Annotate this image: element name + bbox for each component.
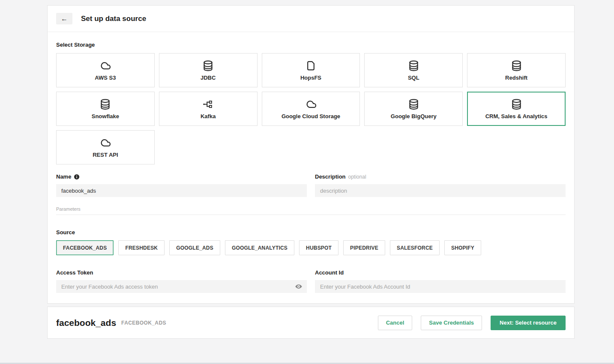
footer-source-type-badge: FACEBOOK_ADS	[121, 320, 166, 326]
back-button[interactable]: ←	[56, 13, 72, 24]
storage-card-label: SQL	[408, 75, 419, 81]
storage-card-kafka[interactable]: Kafka	[159, 92, 258, 126]
storage-card-aws-s3[interactable]: AWS S3	[56, 53, 155, 87]
name-description-row: Name Description optional	[56, 173, 566, 197]
storage-card-label: REST API	[93, 152, 118, 158]
storage-card-hopsfs[interactable]: HopsFS	[262, 53, 360, 87]
access-token-input[interactable]	[56, 280, 307, 293]
parameters-label: Parameters	[56, 206, 566, 212]
source-label: Source	[56, 229, 566, 236]
storage-card-label: Google BigQuery	[391, 113, 437, 119]
kafka-branch-icon	[202, 98, 214, 110]
footer-source-name: facebook_ads	[56, 318, 116, 328]
account-id-label-text: Account Id	[315, 269, 344, 276]
source-option-google-ads[interactable]: GOOGLE_ADS	[169, 240, 220, 255]
source-option-salesforce[interactable]: SALESFORCE	[390, 240, 440, 255]
source-option-shopify[interactable]: SHOPIFY	[444, 240, 481, 255]
storage-card-label: HopsFS	[300, 75, 321, 81]
source-section: Source FACEBOOK_ADS FRESHDESK GOOGLE_ADS…	[56, 229, 566, 255]
description-field-group: Description optional	[315, 173, 566, 197]
access-token-label: Access Token	[56, 269, 307, 276]
source-option-google-analytics[interactable]: GOOGLE_ANALYTICS	[225, 240, 294, 255]
storage-card-grid: AWS S3 JDBC HopsFS SQL Redshift Snowflak…	[56, 53, 566, 164]
description-input[interactable]	[315, 184, 566, 197]
database-icon	[511, 60, 522, 72]
optional-hint: optional	[348, 174, 366, 180]
storage-card-label: Snowflake	[92, 113, 119, 119]
source-option-facebook-ads[interactable]: FACEBOOK_ADS	[56, 240, 114, 255]
storage-card-crm-sales-analytics[interactable]: CRM, Sales & Analytics	[467, 92, 566, 126]
cancel-button[interactable]: Cancel	[378, 316, 413, 330]
account-id-input[interactable]	[315, 280, 566, 293]
cloud-icon	[99, 60, 111, 72]
eye-icon[interactable]	[295, 283, 303, 290]
storage-card-google-cloud-storage[interactable]: Google Cloud Storage	[262, 92, 360, 126]
source-options: FACEBOOK_ADS FRESHDESK GOOGLE_ADS GOOGLE…	[56, 240, 566, 255]
next-select-resource-button[interactable]: Next: Select resource	[491, 316, 566, 330]
storage-card-google-bigquery[interactable]: Google BigQuery	[364, 92, 463, 126]
storage-card-rest-api[interactable]: REST API	[56, 130, 155, 164]
storage-card-label: Google Cloud Storage	[282, 113, 340, 119]
select-storage-label: Select Storage	[56, 42, 566, 48]
access-token-field-group: Access Token	[56, 269, 307, 293]
storage-card-sql[interactable]: SQL	[364, 53, 463, 87]
storage-card-label: CRM, Sales & Analytics	[485, 113, 548, 119]
account-id-field-group: Account Id	[315, 269, 566, 293]
panel-content: Select Storage AWS S3 JDBC HopsFS SQL Re…	[48, 32, 574, 303]
description-label-text: Description	[315, 173, 346, 180]
storage-card-label: Kafka	[201, 113, 216, 119]
source-option-freshdesk[interactable]: FRESHDESK	[118, 240, 165, 255]
account-id-label: Account Id	[315, 269, 566, 276]
panel-header: ← Set up data source	[48, 6, 574, 32]
data-source-setup-panel: ← Set up data source Select Storage AWS …	[47, 5, 575, 304]
credentials-row: Access Token Account Id	[56, 269, 566, 293]
name-field-group: Name	[56, 173, 307, 197]
footer-buttons: Cancel Save Credentials Next: Select res…	[378, 316, 566, 330]
storage-card-label: Redshift	[505, 75, 527, 81]
footer-action-bar: facebook_ads FACEBOOK_ADS Cancel Save Cr…	[47, 307, 575, 339]
name-label: Name	[56, 173, 307, 180]
database-icon	[202, 60, 214, 72]
storage-card-redshift[interactable]: Redshift	[467, 53, 566, 87]
database-icon	[408, 98, 419, 110]
storage-card-label: AWS S3	[95, 75, 116, 81]
cloud-icon	[305, 98, 317, 110]
name-label-text: Name	[56, 173, 71, 180]
description-label: Description optional	[315, 173, 566, 180]
page-title: Set up data source	[81, 15, 146, 23]
database-icon	[511, 98, 522, 110]
info-icon[interactable]	[74, 174, 80, 180]
save-credentials-button[interactable]: Save Credentials	[421, 316, 482, 330]
file-icon	[305, 60, 317, 72]
parameters-divider	[56, 215, 566, 215]
storage-card-snowflake[interactable]: Snowflake	[56, 92, 155, 126]
name-input[interactable]	[56, 184, 307, 197]
access-token-label-text: Access Token	[56, 269, 93, 276]
storage-card-jdbc[interactable]: JDBC	[159, 53, 258, 87]
cloud-icon	[99, 137, 111, 149]
storage-card-label: JDBC	[201, 75, 216, 81]
database-icon	[408, 60, 419, 72]
source-option-pipedrive[interactable]: PIPEDRIVE	[343, 240, 385, 255]
database-icon	[99, 98, 111, 110]
source-option-hubspot[interactable]: HUBSPOT	[299, 240, 338, 255]
